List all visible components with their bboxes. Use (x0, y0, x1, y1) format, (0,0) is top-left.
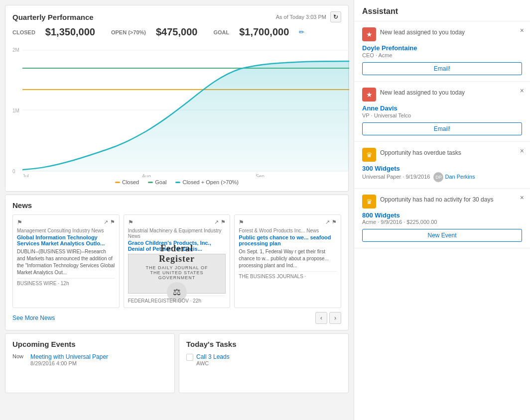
email-button-2[interactable]: Email! (362, 122, 522, 135)
assistant-panel: Assistant × ★ New lead assigned to you t… (354, 0, 530, 420)
task-list: Call 3 Leads AWC (186, 353, 341, 366)
news-headline-3[interactable]: Public gets chance to we... seafood proc… (239, 234, 337, 246)
next-news-button[interactable]: › (329, 312, 341, 324)
legend-closed-open: Closed + Open (>70%) (175, 179, 239, 185)
event-details: Meeting with Universal Paper 8/29/2016 4… (30, 353, 108, 366)
see-more-news-link[interactable]: See More News (12, 315, 55, 321)
share-icon-1[interactable]: ↗ (104, 219, 108, 225)
news-nav-arrows: ‹ › (315, 312, 341, 324)
flag-icon-2: ⚑ (128, 219, 133, 226)
chart-timestamp: As of Today 3:03 PM (276, 14, 326, 20)
assistant-card-1: × ★ New lead assigned to you today Doyle… (354, 21, 530, 82)
event-name-link[interactable]: Meeting with Universal Paper (30, 353, 108, 360)
person-name-2[interactable]: Anne Davis (362, 105, 522, 112)
edit-goal-icon[interactable]: ✏ (299, 28, 304, 36)
person-name-1[interactable]: Doyle Prefontaine (362, 44, 522, 52)
person-link-1[interactable]: Dan Perkins (445, 174, 475, 180)
star-icon-2: ★ (362, 88, 376, 102)
card-1-title: New lead assigned to you today (380, 27, 465, 37)
svg-text:Sep: Sep (256, 174, 265, 177)
share-icon-2[interactable]: ↗ (214, 219, 219, 225)
closed-open-legend-dot (175, 182, 180, 183)
assistant-card-4: × ♛ Opportunity has had no activity for … (354, 189, 530, 248)
goal-value: $1,700,000 (239, 26, 289, 38)
opp-name-1[interactable]: 300 Widgets (362, 165, 522, 172)
person-sub-2: VP · Universal Telco (362, 112, 522, 118)
chart-controls: As of Today 3:03 PM ↻ (276, 11, 341, 22)
closed-legend-dot (115, 182, 120, 183)
svg-text:Jul: Jul (22, 174, 29, 177)
card-3-header: ♛ Opportunity has overdue tasks (362, 148, 522, 162)
news-card-3: ⚑ ↗ ⚑ Forest & Wood Products Inc... News… (234, 214, 341, 308)
closed-legend-label: Closed (122, 179, 139, 185)
close-card-3-icon[interactable]: × (520, 147, 524, 155)
chart-header: Quarterly Performance As of Today 3:03 P… (12, 11, 341, 22)
card-1-header: ★ New lead assigned to you today (362, 27, 522, 41)
closed-open-legend-label: Closed + Open (>70%) (182, 179, 239, 185)
legend-closed: Closed (115, 179, 139, 185)
svg-text:1M: 1M (12, 108, 19, 113)
opp-detail-2: Acme · 9/9/2016 · $225,000.00 (362, 219, 522, 225)
todays-tasks-title: Today's Tasks (186, 340, 341, 348)
flag-icon-1: ⚑ (17, 219, 22, 226)
email-button-1[interactable]: Email! (362, 62, 522, 75)
news-headline-1[interactable]: Global Information Technology Services M… (17, 234, 115, 246)
news-body-3: On Sept. 1, Federal Way r get their firs… (239, 248, 337, 269)
refresh-button[interactable]: ↻ (330, 11, 341, 22)
assistant-card-2: × ★ New lead assigned to you today Anne … (354, 82, 530, 142)
open-value: $475,000 (156, 26, 197, 38)
close-card-2-icon[interactable]: × (520, 87, 524, 95)
news-nav: See More News ‹ › (12, 312, 341, 324)
news-card-1: ⚑ ↗ ⚑ Management Consulting Industry New… (12, 214, 120, 308)
task-item-1: Call 3 Leads AWC (186, 353, 341, 366)
flag-action-icon-1[interactable]: ⚑ (110, 219, 115, 225)
crown-icon-2: ♛ (362, 195, 376, 209)
news-section: News ⚑ ↗ ⚑ Management Consulting Industr… (5, 195, 349, 330)
flag-icon-3: ⚑ (239, 219, 244, 226)
card-4-title: Opportunity has had no activity for 30 d… (380, 195, 493, 204)
news-card-2-top: ⚑ ↗ ⚑ (128, 219, 226, 226)
crown-icon-1: ♛ (362, 148, 376, 162)
news-card-1-top: ⚑ ↗ ⚑ (17, 219, 115, 226)
card-2-header: ★ New lead assigned to you today (362, 88, 522, 102)
new-event-button[interactable]: New Event (362, 229, 522, 242)
close-card-4-icon[interactable]: × (520, 194, 524, 202)
prev-news-button[interactable]: ‹ (315, 312, 327, 324)
closed-label: CLOSED (12, 29, 35, 35)
performance-chart: 2M 1M 0 (11, 43, 349, 177)
event-date: 8/29/2016 4:00 PM (30, 360, 108, 366)
opp-name-2[interactable]: 800 Widgets (362, 211, 522, 219)
news-source-3: Forest & Wood Products Inc... News (239, 228, 337, 233)
goal-legend-label: Goal (155, 179, 166, 185)
news-actions-3: ↗ ⚑ (325, 219, 337, 225)
task-name-link[interactable]: Call 3 Leads (196, 353, 230, 360)
legend-goal: Goal (148, 179, 166, 185)
event-item: Now Meeting with Universal Paper 8/29/20… (12, 353, 167, 366)
goal-legend-dot (148, 182, 153, 183)
share-icon-3[interactable]: ↗ (325, 219, 330, 225)
news-footer-1: BUSINESS WIRE · 12h (17, 278, 115, 286)
news-card-3-top: ⚑ ↗ ⚑ (239, 219, 337, 226)
opp-sub-1: Universal Paper · 9/19/2016 DP Dan Perki… (362, 172, 522, 182)
bottom-sections: Upcoming Events Now Meeting with Univers… (5, 333, 349, 393)
assistant-header: Assistant (354, 0, 530, 21)
left-panel: Quarterly Performance As of Today 3:03 P… (0, 0, 354, 420)
svg-text:0: 0 (12, 169, 15, 174)
todays-tasks-card: Today's Tasks Call 3 Leads AWC (179, 333, 349, 393)
flag-action-icon-2[interactable]: ⚑ (221, 219, 226, 225)
open-label: OPEN (>70%) (111, 29, 146, 35)
news-source-1: Management Consulting Industry News (17, 228, 115, 233)
close-card-1-icon[interactable]: × (520, 26, 524, 34)
flag-action-icon-3[interactable]: ⚑ (332, 219, 337, 225)
task-checkbox-1[interactable] (186, 354, 193, 361)
closed-value: $1,350,000 (45, 26, 95, 38)
news-source-2: Industrial Machinery & Equipment Industr… (128, 228, 226, 239)
assistant-card-3: × ♛ Opportunity has overdue tasks 300 Wi… (354, 142, 530, 189)
person-avatar-1: DP (433, 172, 443, 182)
upcoming-events-title: Upcoming Events (12, 340, 167, 348)
star-icon-1: ★ (362, 27, 376, 41)
chart-section: Quarterly Performance As of Today 3:03 P… (5, 5, 349, 192)
task-details: Call 3 Leads AWC (196, 353, 230, 366)
person-sub-1: CEO · Acme (362, 52, 522, 58)
task-sub: AWC (196, 360, 230, 366)
